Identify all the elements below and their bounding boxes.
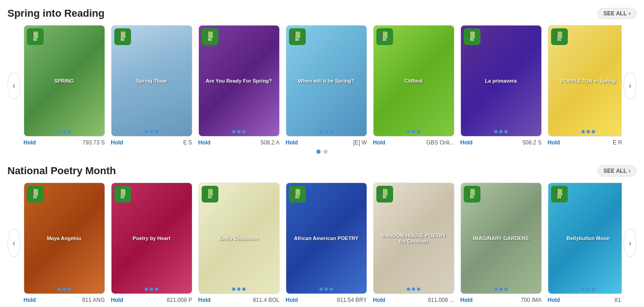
book-action-dots[interactable] [582, 287, 595, 291]
book-cover[interactable]: 📗INClifford [373, 25, 454, 137]
hold-link[interactable]: Hold [548, 139, 560, 146]
book-action-dots[interactable] [407, 130, 421, 133]
hold-link[interactable]: Hold [460, 139, 473, 146]
hold-link[interactable]: Hold [111, 297, 124, 303]
book-info: Hold811 A [548, 297, 622, 303]
book-cover[interactable]: 📗INPOPPLETON in Spring [548, 25, 622, 137]
book-card: 📗INIMAGINARY GARDENSHold700 IMA [459, 183, 543, 303]
book-cover[interactable]: 📗INBellybutton Moon [548, 183, 622, 294]
book-cover[interactable]: 📗INSpring Thaw [111, 25, 192, 137]
book-info: Hold700 IMA [460, 297, 542, 303]
books-row: 📗INSPRINGHold793.73 S📗INSpring ThawHoldE… [22, 25, 622, 146]
dot [407, 287, 410, 291]
dot [63, 287, 66, 291]
dot [494, 287, 498, 291]
in-label: IN [296, 38, 299, 42]
book-action-dots[interactable] [494, 287, 508, 291]
book-info: HoldE S [111, 139, 192, 146]
call-number: 700 IMA [521, 297, 542, 303]
section-title: National Poetry Month [7, 165, 116, 177]
hold-link[interactable]: Hold [24, 139, 36, 146]
book-cover[interactable]: 📗INSPRING [24, 25, 105, 137]
dot [320, 130, 323, 133]
see-all-label: SEE ALL [604, 10, 627, 17]
carousel: ‹📗INMaya AngelouHold811 ANG📗INPoetry by … [7, 183, 637, 303]
carousel-arrow-left[interactable]: ‹ [7, 229, 20, 257]
call-number: 821.008 P [167, 297, 192, 303]
book-action-dots[interactable] [145, 287, 158, 291]
section-poetry: National Poetry MonthSEE ALL›‹📗INMaya An… [7, 165, 637, 303]
book-icon: 📗 [118, 189, 126, 196]
see-all-button[interactable]: SEE ALL› [598, 8, 637, 19]
carousel-arrow-right[interactable]: › [624, 229, 637, 257]
carousel-page-dot[interactable] [316, 150, 321, 154]
hold-link[interactable]: Hold [286, 297, 298, 303]
book-card: 📗INAfrican American POETRYHold811.54 BRY [284, 183, 368, 303]
book-card: 📗INSpring ThawHoldE S [110, 25, 193, 146]
dot [243, 287, 246, 291]
chevron-left-icon: ‹ [13, 81, 15, 91]
hold-link[interactable]: Hold [460, 297, 473, 303]
book-badge: 📗IN [289, 186, 306, 202]
book-card: 📗INCliffordHoldGBS Onli... [372, 25, 455, 146]
hold-link[interactable]: Hold [548, 297, 560, 303]
dot [155, 287, 158, 291]
chevron-left-icon: ‹ [13, 238, 15, 248]
see-all-button[interactable]: SEE ALL› [598, 165, 637, 176]
book-cover-text: Bellybutton Moon [552, 234, 622, 243]
book-cover[interactable]: 📗INMaya Angelou [24, 183, 105, 294]
book-action-dots[interactable] [232, 130, 246, 133]
book-icon: 📗 [31, 32, 39, 38]
book-icon: 📗 [206, 32, 214, 38]
call-number: 811.4 BOL [253, 297, 279, 303]
hold-link[interactable]: Hold [373, 297, 386, 303]
hold-link[interactable]: Hold [111, 139, 124, 146]
book-action-dots[interactable] [494, 130, 508, 133]
book-card: 📗INBellybutton MoonHold811 A [546, 183, 622, 303]
book-action-dots[interactable] [407, 287, 421, 291]
chevron-right-icon: › [629, 10, 631, 17]
book-action-dots[interactable] [320, 130, 333, 133]
book-info: Hold811.54 BRY [286, 297, 367, 303]
book-info: Hold508.2 S [460, 139, 542, 146]
book-cover[interactable]: 📗INAre You Ready For Spring? [198, 25, 280, 137]
carousel: ‹📗INSPRINGHold793.73 S📗INSpring ThawHold… [7, 25, 637, 146]
dot [150, 287, 153, 291]
call-number: [E] W [353, 139, 367, 146]
dot [417, 130, 421, 133]
book-action-dots[interactable] [232, 287, 246, 291]
book-badge: 📗IN [464, 186, 480, 202]
book-cover[interactable]: 📗INPoetry by Heart [111, 183, 192, 294]
book-action-dots[interactable] [582, 130, 595, 133]
book-badge: 📗IN [202, 28, 218, 45]
hold-link[interactable]: Hold [198, 297, 211, 303]
book-cover[interactable]: 📗INRANDOM HOUSE POETRY for Children [373, 183, 454, 294]
book-cover[interactable]: 📗INEmily Dickinson [198, 183, 280, 294]
dot [237, 130, 241, 133]
book-info: HoldGBS Onli... [373, 139, 454, 146]
book-action-dots[interactable] [320, 287, 333, 291]
book-action-dots[interactable] [58, 287, 71, 291]
hold-link[interactable]: Hold [24, 297, 36, 303]
dot [145, 287, 148, 291]
book-icon: 📗 [468, 189, 476, 196]
hold-link[interactable]: Hold [373, 139, 386, 146]
book-card: 📗INRANDOM HOUSE POETRY for ChildrenHold8… [372, 183, 455, 303]
carousel-page-dot[interactable] [323, 150, 328, 154]
book-info: Hold821.008 P [111, 297, 192, 303]
book-cover-text: Poetry by Heart [115, 234, 188, 243]
carousel-arrow-right[interactable]: › [624, 72, 637, 99]
call-number: 508.2 A [261, 139, 280, 146]
book-cover[interactable]: 📗INIMAGINARY GARDENS [460, 183, 542, 294]
carousel-arrow-left[interactable]: ‹ [7, 72, 20, 99]
book-action-dots[interactable] [145, 130, 158, 133]
call-number: 811.008 ... [428, 297, 454, 303]
call-number: 811.54 BRY [337, 297, 367, 303]
book-cover[interactable]: 📗INWhen will it be Spring? [286, 25, 367, 137]
book-action-dots[interactable] [58, 130, 71, 133]
section-header: National Poetry MonthSEE ALL› [7, 165, 637, 177]
book-cover[interactable]: 📗INAfrican American POETRY [286, 183, 367, 294]
hold-link[interactable]: Hold [286, 139, 298, 146]
book-cover[interactable]: 📗INLa primavera [460, 25, 542, 137]
hold-link[interactable]: Hold [198, 139, 211, 146]
